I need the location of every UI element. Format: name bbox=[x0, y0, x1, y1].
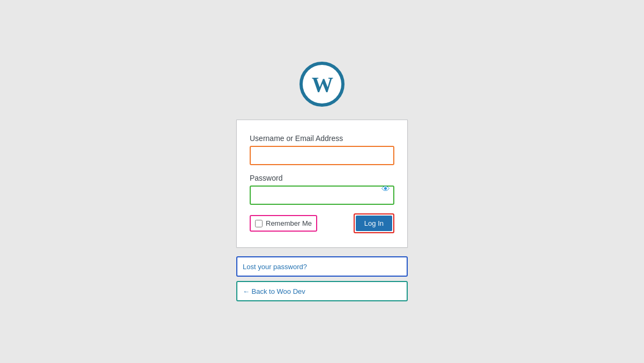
back-link-box: ← Back to Woo Dev bbox=[236, 281, 408, 301]
wordpress-logo: W bbox=[299, 62, 345, 107]
svg-text:W: W bbox=[312, 72, 333, 97]
remember-me-label: Remember Me bbox=[266, 219, 312, 227]
login-form: Username or Email Address Password 👁 Rem… bbox=[236, 120, 408, 248]
username-label: Username or Email Address bbox=[250, 134, 394, 143]
remember-me-wrapper: Remember Me bbox=[250, 215, 317, 232]
password-field-wrapper: Password 👁 bbox=[250, 174, 394, 205]
password-label: Password bbox=[250, 174, 394, 182]
login-button-wrapper: Log In bbox=[354, 213, 394, 233]
lost-password-box: Lost your password? bbox=[236, 256, 408, 277]
username-field-wrapper: Username or Email Address bbox=[250, 134, 394, 165]
remember-me-checkbox[interactable] bbox=[255, 220, 263, 227]
username-input[interactable] bbox=[250, 146, 394, 165]
login-container: W Username or Email Address Password 👁 R… bbox=[236, 62, 408, 301]
form-actions-row: Remember Me Log In bbox=[250, 213, 394, 233]
password-input[interactable] bbox=[250, 186, 394, 205]
lost-password-link[interactable]: Lost your password? bbox=[243, 263, 307, 271]
login-button[interactable]: Log In bbox=[356, 216, 392, 231]
show-password-icon[interactable]: 👁 bbox=[381, 184, 390, 194]
back-to-site-link[interactable]: ← Back to Woo Dev bbox=[243, 287, 305, 295]
